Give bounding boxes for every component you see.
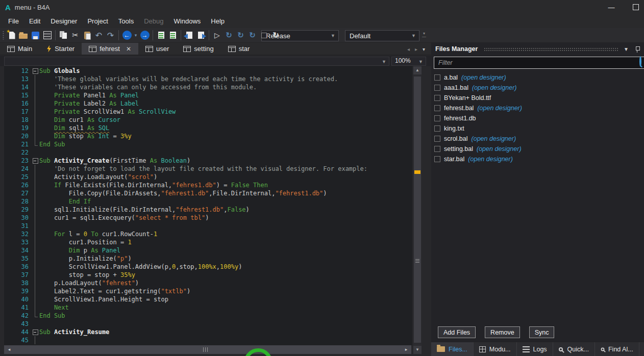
file-item[interactable]: star.bal(open designer) (431, 154, 644, 164)
paste-icon[interactable] (81, 29, 93, 42)
filter-input[interactable] (434, 57, 639, 69)
add-files-button[interactable]: Add Files (438, 326, 476, 338)
run-icon[interactable]: ▷ (211, 29, 223, 42)
code-editor[interactable]: 12Sub Globals13 'These global variables … (4, 66, 412, 345)
export-zip-icon[interactable] (41, 29, 53, 42)
pin-icon[interactable] (635, 46, 640, 53)
file-checkbox[interactable] (434, 125, 440, 132)
minimize-button[interactable]: — (607, 4, 615, 11)
file-checkbox[interactable] (434, 105, 440, 111)
undo-icon[interactable]: ↶ (93, 29, 105, 42)
tab-Main[interactable]: Main (0, 43, 39, 55)
menu-file[interactable]: File (3, 15, 24, 27)
horizontal-scrollbar[interactable]: ◂ ▸ (4, 345, 411, 354)
tab-list-dropdown-icon[interactable]: ▾ (423, 46, 425, 52)
tab-user[interactable]: user (138, 43, 176, 55)
vertical-scrollbar-thumb[interactable] (414, 77, 421, 343)
open-designer-link[interactable]: (open designer) (472, 84, 517, 91)
cut-icon[interactable]: ✂ (69, 29, 81, 42)
scroll-up-icon[interactable]: ▲ (413, 66, 422, 74)
tool-tab-folder[interactable]: Files... (431, 342, 474, 356)
open-designer-link[interactable]: (open designer) (477, 105, 522, 112)
tab-scroll-right-icon[interactable]: ▸ (415, 46, 417, 52)
tab-setting[interactable]: setting (176, 43, 220, 55)
open-designer-link[interactable]: (open designer) (461, 74, 506, 81)
file-item[interactable]: fehrest1.db (431, 113, 644, 123)
stop-icon[interactable] (258, 29, 270, 42)
file-item[interactable]: BYekan+ Bold.ttf (431, 93, 644, 103)
toolbar-grip-icon[interactable] (2, 31, 5, 40)
scroll-down-icon[interactable]: ▼ (413, 346, 422, 354)
open-designer-link[interactable]: (open designer) (468, 156, 513, 163)
close-icon[interactable]: ✕ (126, 45, 131, 53)
copy-icon[interactable] (58, 29, 69, 42)
maximize-button[interactable] (633, 4, 639, 10)
save-icon[interactable] (30, 29, 41, 42)
fold-toggle[interactable] (32, 157, 39, 165)
menu-designer[interactable]: Designer (45, 15, 82, 27)
shift-left-icon[interactable] (183, 29, 195, 42)
file-checkbox[interactable] (434, 136, 440, 142)
file-checkbox[interactable] (434, 95, 440, 101)
menu-tools[interactable]: Tools (113, 15, 139, 27)
open-project-icon[interactable] (18, 29, 30, 42)
file-item[interactable]: king.txt (431, 123, 644, 134)
tool-tab-library[interactable]: Librar (639, 342, 644, 356)
code-text: 'Do not forget to load the layout file c… (39, 165, 367, 173)
zoom-dropdown[interactable]: 100%▼ (391, 57, 426, 66)
tool-tab-logs[interactable]: Logs (517, 342, 553, 356)
file-checkbox[interactable] (434, 85, 440, 91)
navigate-forward-icon[interactable]: → (139, 29, 151, 42)
back-history-icon[interactable]: ▾ (133, 29, 139, 42)
toolbar-overflow-icon[interactable]: ▾— (422, 32, 427, 38)
tab-fehrest[interactable]: fehrest✕ (82, 43, 138, 55)
step-over-icon[interactable]: ↻ (235, 29, 246, 42)
comment-code-icon[interactable] (155, 29, 167, 42)
profile-dropdown[interactable]: Default ▼ (345, 30, 419, 41)
shift-right-icon[interactable] (195, 29, 207, 42)
file-checkbox[interactable] (434, 74, 440, 81)
file-item[interactable]: scrol.bal(open designer) (431, 134, 644, 144)
filter-search-button[interactable] (638, 57, 644, 69)
menu-project[interactable]: Project (82, 15, 113, 27)
tool-tab-module[interactable]: Modu... (474, 342, 517, 356)
scroll-right-icon[interactable]: ▸ (402, 345, 410, 354)
file-name: star.bal (444, 156, 464, 163)
navigate-back-icon[interactable]: ← (121, 29, 133, 42)
new-file-icon[interactable] (6, 29, 18, 42)
fold-guide (32, 336, 39, 344)
tab-Starter[interactable]: Starter (39, 43, 82, 55)
tool-tab-quick[interactable]: Quick... (553, 342, 595, 356)
menu-edit[interactable]: Edit (24, 15, 45, 27)
file-checkbox[interactable] (434, 146, 440, 152)
scroll-left-icon[interactable]: ◂ (5, 345, 13, 354)
tab-scroll-left-icon[interactable]: ◂ (407, 46, 410, 52)
uncomment-code-icon[interactable] (167, 29, 179, 42)
file-item[interactable]: aaa1.bal(open designer) (431, 83, 644, 93)
restart-icon[interactable]: ↻ (270, 29, 282, 42)
fold-toggle[interactable] (32, 67, 39, 75)
file-name: aaa1.bal (444, 84, 468, 91)
menu-help[interactable]: Help (206, 15, 230, 27)
sync-button[interactable]: Sync (529, 326, 555, 338)
panel-menu-icon[interactable]: ▼ (624, 46, 629, 52)
file-checkbox[interactable] (434, 156, 440, 162)
file-item[interactable]: setting.bal(open designer) (431, 144, 644, 154)
member-navigator-dropdown[interactable]: ▼ (4, 57, 389, 66)
file-checkbox[interactable] (434, 115, 440, 121)
layout-window-icon (7, 46, 15, 52)
fold-guide (32, 246, 39, 255)
open-designer-link[interactable]: (open designer) (472, 135, 516, 142)
remove-button[interactable]: Remove (485, 326, 520, 338)
redo-icon[interactable]: ↷ (105, 29, 116, 42)
file-item[interactable]: a.bal(open designer) (431, 72, 644, 83)
fold-toggle[interactable] (32, 328, 39, 336)
step-out-icon[interactable]: ↻ (246, 29, 258, 42)
tab-star[interactable]: star (221, 43, 257, 55)
step-into-icon[interactable]: ↻ (223, 29, 235, 42)
tool-tab-find[interactable]: Find Al... (595, 342, 639, 356)
open-designer-link[interactable]: (open designer) (477, 145, 522, 152)
file-item[interactable]: fehrest.bal(open designer) (431, 103, 644, 113)
menu-windows[interactable]: Windows (169, 15, 206, 27)
vertical-scrollbar[interactable]: ▲ ▼ (413, 66, 422, 354)
